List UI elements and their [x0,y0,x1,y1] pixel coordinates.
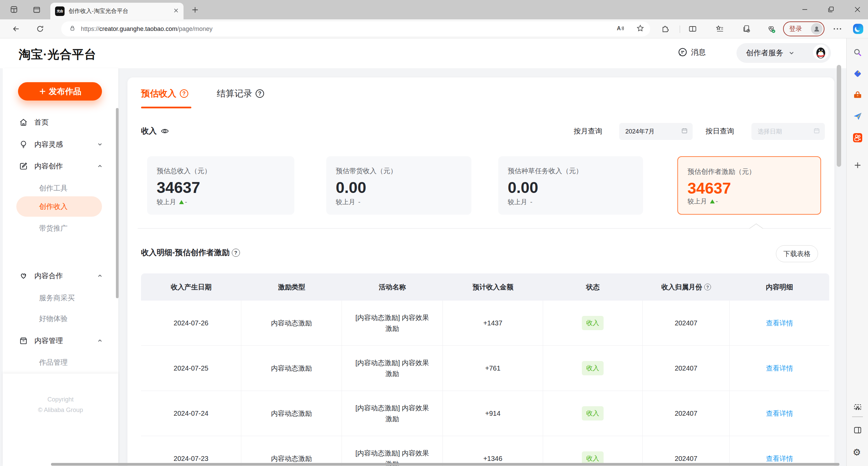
sidebar: 发布作品 首页 内容灵感 内容创作 创作工具 创作收入 [3,68,118,466]
sidebar-item-inspiration[interactable]: 内容灵感 [19,135,103,154]
cell-amount: +1437 [443,301,543,345]
sidebar-scrollbar[interactable] [116,108,119,298]
shopping-tag-icon[interactable] [853,69,862,79]
browser-window: 光合 创作收入-淘宝光合平台 [0,0,868,466]
window-restore-button[interactable] [827,6,835,15]
tab-estimated-income[interactable]: 预估收入 [141,88,188,100]
table-row: 2024-07-23 内容动态激励 [内容动态激励] 内容效果激励 +1346 … [141,436,829,466]
lightbulb-icon [19,140,28,149]
sidebar-item-label: 首页 [34,118,103,127]
section-divider [138,228,831,229]
sidebar-item-creation-income[interactable]: 创作收入 [16,196,102,217]
view-details-link[interactable]: 查看详情 [766,319,793,328]
cell-amount: +761 [443,346,543,391]
url-bar[interactable]: https://creator.guanghe.taobao.com/page/… [61,21,650,36]
cell-status: 收入 [543,391,643,436]
toolbox-icon[interactable] [853,90,862,101]
view-details-link[interactable]: 查看详情 [766,409,793,418]
favorites-list-icon[interactable] [715,24,724,35]
sidebar-item-label: 内容灵感 [34,140,97,149]
message-icon [677,47,688,57]
sidebar-subitem-label: 带货推广 [39,223,68,233]
tab-settlement-record[interactable]: 结算记录 [217,88,264,100]
refresh-icon[interactable] [36,24,45,35]
paper-plane-icon[interactable] [853,112,862,122]
creator-service-menu[interactable]: 创作者服务 [736,43,831,63]
card-compare: 较上月- [157,198,187,207]
screenshot-icon[interactable] [853,402,862,413]
window-close-button[interactable] [854,6,861,15]
browser-essentials-icon[interactable] [766,24,776,35]
favorite-star-icon[interactable] [636,24,645,34]
sidebar-item-works-management[interactable]: 作品管理 [39,354,68,371]
add-sidebar-item-icon[interactable] [853,161,862,171]
kuaishou-icon[interactable] [853,133,862,144]
cell-detail: 查看详情 [730,436,829,466]
date-picker[interactable]: 选择日期 [751,123,825,140]
cell-activity: [内容动态激励] 内容效果激励 [342,346,443,391]
sidebar-item-home[interactable]: 首页 [19,113,103,132]
heart-hands-icon [19,271,28,281]
cell-status: 收入 [543,436,643,466]
page-horizontal-scrollbar[interactable] [51,463,839,466]
back-icon[interactable] [12,24,20,35]
view-details-link[interactable]: 查看详情 [766,454,793,463]
view-details-link[interactable]: 查看详情 [766,364,793,373]
search-icon[interactable] [853,48,862,58]
cell-amount: +1346 [443,436,543,466]
cell-detail: 查看详情 [730,301,829,345]
sidebar-item-cooperation[interactable]: 内容合作 [19,266,103,285]
copilot-icon[interactable] [852,23,864,36]
new-tab-button[interactable] [191,6,199,15]
extensions-icon[interactable] [661,24,670,35]
tab-close-icon[interactable] [173,8,179,15]
chevron-up-icon [97,163,103,169]
help-icon[interactable] [232,249,240,257]
window-minimize-button[interactable] [801,6,809,15]
month-picker[interactable]: 2024年7月 [619,123,693,140]
help-icon[interactable] [180,89,188,98]
status-badge: 收入 [582,361,604,375]
page-vertical-scrollbar[interactable] [837,65,841,167]
messages-label: 消息 [691,47,706,57]
settings-gear-icon[interactable]: ⚙ [853,448,861,457]
main-content-card: 预估收入 结算记录 收入 按月查询 2024年7月 按日查询 选择日期 [127,77,834,466]
sidebar-item-promotion[interactable]: 带货推广 [39,219,68,237]
tab-actions-icon[interactable] [32,5,41,16]
sidebar-panel-icon[interactable] [853,426,862,436]
card-sales-income: 预估带货收入（元） 0.00 较上月- [326,156,471,215]
page-body: 发布作品 首页 内容灵感 内容创作 创作工具 创作收入 [0,68,846,466]
col-header-type: 激励类型 [241,273,342,301]
help-icon[interactable] [256,89,264,98]
collections-add-icon[interactable] [742,24,751,35]
split-screen-icon[interactable] [688,24,697,35]
tab-title: 创作收入-淘宝光合平台 [69,7,171,15]
help-icon[interactable] [704,284,711,290]
sidebar-subitem-label: 服务商采买 [39,293,75,303]
cell-activity: [内容动态激励] 内容效果激励 [342,301,443,345]
sidebar-item-goods-trial[interactable]: 好物体验 [39,310,68,327]
download-table-button[interactable]: 下载表格 [776,245,818,262]
read-aloud-icon[interactable]: A [615,24,624,34]
card-value: 34637 [157,178,285,197]
sidebar-item-management[interactable]: 内容管理 [19,331,103,350]
site-header: 淘宝·光合平台 消息 创作者服务 [0,38,846,68]
calendar-icon [681,127,688,136]
publish-button[interactable]: 发布作品 [18,82,102,101]
sidebar-item-creation-tools[interactable]: 创作工具 [39,179,68,197]
messages-button[interactable]: 消息 [677,47,706,57]
workspaces-icon[interactable] [10,5,18,15]
cell-type: 内容动态激励 [241,301,342,345]
card-creator-incentive[interactable]: 预估创作者激励（元） 34637 较上月- [677,156,821,215]
browser-tab[interactable]: 光合 创作收入-淘宝光合平台 [50,3,184,19]
login-button[interactable]: 登录 [783,21,824,36]
qq-avatar[interactable] [813,44,829,62]
sidebar-item-creation[interactable]: 内容创作 [19,157,103,176]
card-title: 预估创作者激励（元） [688,167,811,176]
copyright-line: Copyright [3,396,118,403]
settings-more-icon[interactable] [834,28,841,30]
sidebar-item-service-purchase[interactable]: 服务商采买 [39,289,75,307]
sidebar-subitem-label: 创作工具 [39,183,68,193]
eye-icon[interactable] [160,126,170,136]
cell-date: 2024-07-25 [141,346,241,391]
